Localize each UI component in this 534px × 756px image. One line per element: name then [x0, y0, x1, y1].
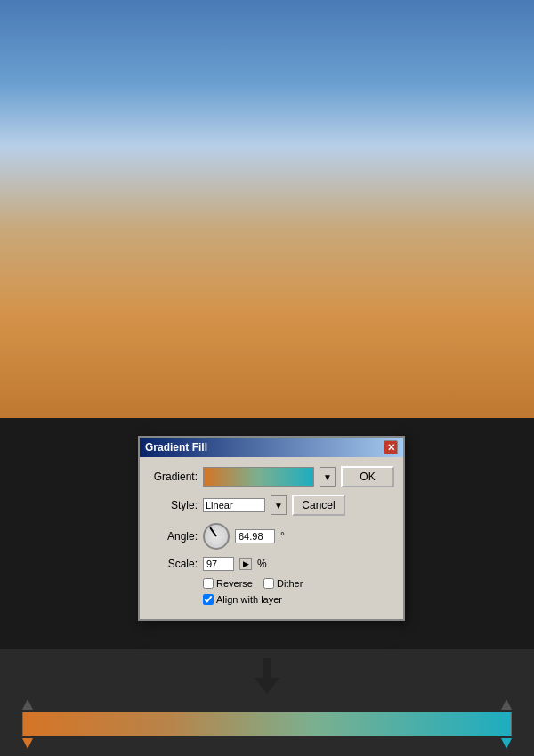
arrow-down-indicator	[13, 658, 521, 694]
gradient-bar-section: #D57426 #1DADCC UIBQ.COM	[0, 649, 534, 756]
angle-input[interactable]	[235, 529, 275, 543]
align-label: Align with layer	[216, 594, 282, 605]
gradient-dropdown-arrow[interactable]: ▼	[320, 467, 336, 487]
dialog-body: Gradient: ▼ OK Style: ▼ Cancel Angle: ° …	[140, 457, 403, 619]
stop-color-right[interactable]	[501, 738, 512, 749]
percent-symbol: %	[257, 558, 267, 570]
dialog-title: Gradient Fill	[145, 441, 207, 454]
gradient-bar-main[interactable]	[22, 712, 512, 736]
scale-label: Scale:	[149, 558, 198, 570]
scale-input[interactable]	[203, 557, 234, 571]
background-scene	[0, 0, 534, 418]
gradient-row: Gradient: ▼ OK	[149, 466, 394, 487]
stop-color-left[interactable]	[22, 738, 33, 749]
checkboxes-row-1: Reverse Dither	[203, 578, 394, 589]
cancel-button[interactable]: Cancel	[292, 495, 345, 516]
angle-row: Angle: °	[149, 523, 394, 550]
dither-label: Dither	[277, 578, 303, 589]
gradient-stops-top	[22, 699, 512, 710]
style-row: Style: ▼ Cancel	[149, 495, 394, 516]
gradient-stop-top-right[interactable]	[501, 699, 512, 710]
reverse-checkbox[interactable]	[203, 578, 214, 589]
gradient-label: Gradient:	[149, 470, 198, 483]
angle-label: Angle:	[149, 530, 198, 543]
dither-checkbox[interactable]	[263, 578, 274, 589]
gradient-preview[interactable]	[203, 467, 314, 487]
reverse-checkbox-label[interactable]: Reverse	[203, 578, 253, 589]
ok-button[interactable]: OK	[341, 466, 394, 487]
style-dropdown-arrow[interactable]: ▼	[271, 495, 287, 515]
dialog-titlebar: Gradient Fill ✕	[140, 438, 403, 457]
gradient-bar-wrapper	[22, 699, 512, 749]
style-label: Style:	[149, 499, 198, 511]
reverse-label: Reverse	[216, 578, 253, 589]
gradient-stop-bottom-right[interactable]	[501, 738, 512, 749]
dither-checkbox-label[interactable]: Dither	[263, 578, 303, 589]
gradient-stops-bottom	[22, 738, 512, 749]
gradient-stop-top-left[interactable]	[22, 699, 33, 710]
gradient-fill-dialog: Gradient Fill ✕ Gradient: ▼ OK Style: ▼ …	[138, 436, 405, 621]
scale-row: Scale: ▶ %	[149, 557, 394, 571]
big-arrow-shape	[254, 658, 280, 694]
degree-symbol: °	[280, 530, 285, 543]
arrow-shaft	[263, 658, 271, 678]
checkboxes-row-2: Align with layer	[203, 594, 394, 605]
scene-gradient	[0, 0, 534, 418]
style-input[interactable]	[203, 498, 265, 512]
angle-dial[interactable]	[203, 523, 230, 550]
scale-stepper[interactable]: ▶	[239, 558, 252, 570]
angle-indicator	[209, 527, 217, 537]
arrow-head	[255, 678, 279, 694]
dialog-close-button[interactable]: ✕	[384, 440, 398, 454]
gradient-stop-bottom-left[interactable]	[22, 738, 33, 749]
align-checkbox[interactable]	[203, 594, 214, 605]
align-checkbox-label[interactable]: Align with layer	[203, 594, 282, 605]
